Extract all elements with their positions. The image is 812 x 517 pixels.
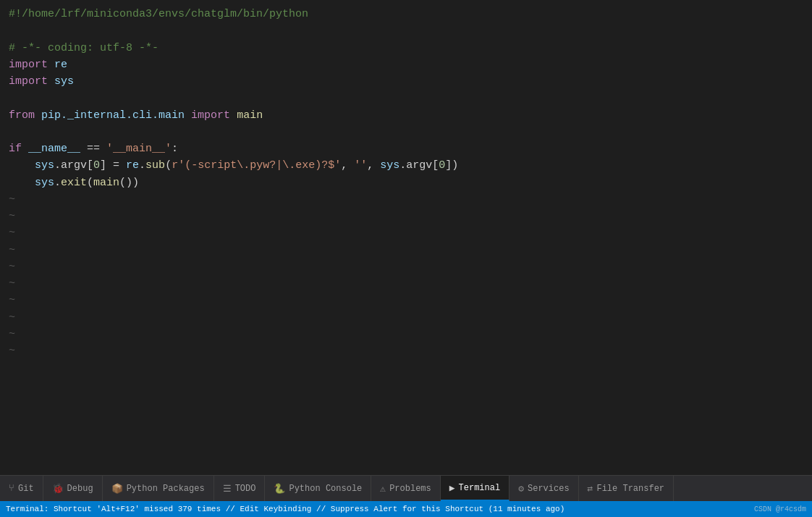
todo-icon: ☰ <box>223 483 232 495</box>
file-transfer-icon: ⇄ <box>588 483 593 495</box>
code-line-blank <box>6 22 812 39</box>
tilde-line-3: ~ <box>6 224 812 241</box>
code-line-import-sys: import sys <box>6 73 812 90</box>
debug-icon: 🐞 <box>52 483 64 495</box>
tab-debug-label: Debug <box>67 484 93 494</box>
tab-todo-label: TODO <box>235 484 256 494</box>
code-line-from-import: from pip._internal.cli.main import main <box>6 107 812 124</box>
tab-services[interactable]: ⚙ Services <box>509 476 578 501</box>
tilde-line-6: ~ <box>6 275 812 292</box>
tab-git-label: Git <box>18 484 34 494</box>
tab-python-console-label: Python Console <box>289 484 362 494</box>
status-text: Terminal: Shortcut 'Alt+F12' missed 379 … <box>6 505 754 513</box>
tab-services-label: Services <box>528 484 570 494</box>
tab-terminal[interactable]: ▶ Terminal <box>441 476 509 501</box>
tilde-line-10: ~ <box>6 342 812 359</box>
code-line-import-re: import re <box>6 56 812 73</box>
python-console-icon: 🐍 <box>274 483 285 495</box>
tab-file-transfer-label: File Transfer <box>596 484 664 494</box>
tab-python-packages-label: Python Packages <box>127 484 205 494</box>
tab-todo[interactable]: ☰ TODO <box>214 476 266 501</box>
status-bar: Terminal: Shortcut 'Alt+F12' missed 379 … <box>0 501 812 517</box>
code-line-exit: sys.exit(main()) <box>6 175 812 191</box>
code-line-blank2 <box>6 90 812 106</box>
tab-debug[interactable]: 🐞 Debug <box>43 476 103 501</box>
status-branding: CSDN @r4csdm <box>754 505 806 513</box>
code-line-if-main: if __name__ == '__main__': <box>6 140 812 157</box>
tilde-line-2: ~ <box>6 208 812 224</box>
python-packages-icon: 📦 <box>111 483 123 495</box>
git-icon: ⑂ <box>9 483 14 494</box>
tilde-line-5: ~ <box>6 258 812 275</box>
tilde-line-9: ~ <box>6 326 812 342</box>
tab-problems-label: Problems <box>389 484 431 494</box>
terminal-icon: ▶ <box>449 482 455 494</box>
code-line-blank3 <box>6 124 812 140</box>
tilde-line-1: ~ <box>6 191 812 208</box>
tilde-line-7: ~ <box>6 292 812 308</box>
problems-icon: ⚠ <box>380 483 386 495</box>
tab-python-console[interactable]: 🐍 Python Console <box>265 476 371 501</box>
tilde-line-4: ~ <box>6 242 812 258</box>
tab-git[interactable]: ⑂ Git <box>0 476 43 501</box>
code-line-comment: # -*- coding: utf-8 -*- <box>6 40 812 56</box>
bottom-tab-bar: ⑂ Git 🐞 Debug 📦 Python Packages ☰ TODO 🐍… <box>0 475 812 501</box>
code-line-argv: sys.argv[0] = re.sub(r'(-script\.pyw?|\.… <box>6 157 812 174</box>
code-editor[interactable]: #!/home/lrf/miniconda3/envs/chatglm/bin/… <box>0 0 812 475</box>
tab-file-transfer[interactable]: ⇄ File Transfer <box>579 476 674 501</box>
tab-problems[interactable]: ⚠ Problems <box>371 476 440 501</box>
tab-terminal-label: Terminal <box>459 483 501 493</box>
code-line-shebang: #!/home/lrf/miniconda3/envs/chatglm/bin/… <box>6 6 812 22</box>
tab-python-packages[interactable]: 📦 Python Packages <box>103 476 214 501</box>
services-icon: ⚙ <box>518 483 524 495</box>
tilde-line-8: ~ <box>6 309 812 326</box>
